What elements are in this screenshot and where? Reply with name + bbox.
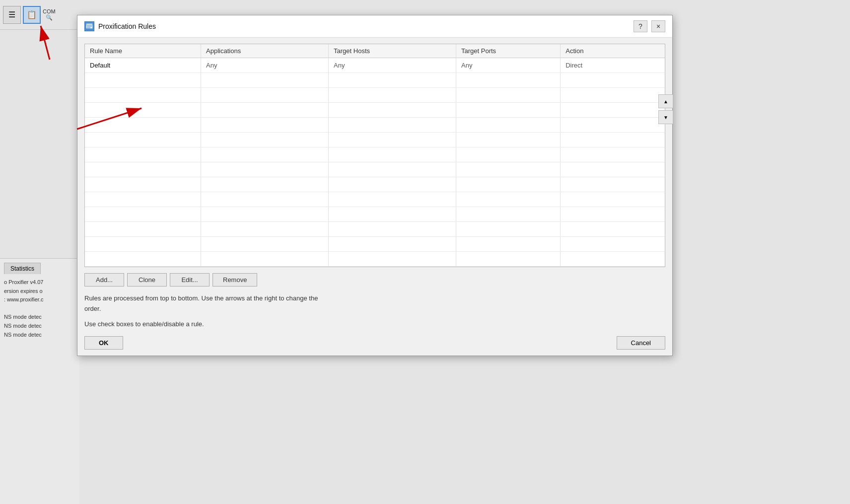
table-empty-row bbox=[85, 73, 665, 88]
table-empty-row bbox=[85, 192, 665, 207]
clone-button[interactable]: Clone bbox=[127, 273, 167, 287]
table-empty-row bbox=[85, 147, 665, 162]
add-button[interactable]: Add... bbox=[84, 273, 124, 287]
dialog-title: Proxification Rules bbox=[98, 22, 156, 30]
cell-rule-name: Default bbox=[85, 58, 201, 73]
table-header: Rule Name Applications Target Hosts Targ… bbox=[85, 44, 665, 58]
info-line-1: Rules are processed from top to bottom. … bbox=[84, 294, 318, 302]
cell-applications: Any bbox=[201, 58, 329, 73]
dialog-icon bbox=[84, 21, 94, 31]
table-empty-row bbox=[85, 162, 665, 177]
col-rule-name: Rule Name bbox=[85, 44, 201, 58]
col-action: Action bbox=[561, 44, 665, 58]
col-target-hosts: Target Hosts bbox=[329, 44, 456, 58]
cancel-button[interactable]: Cancel bbox=[617, 336, 665, 350]
dialog-titlebar: Proxification Rules ? × bbox=[77, 15, 672, 38]
col-applications: Applications bbox=[201, 44, 329, 58]
dialog-controls: ? × bbox=[634, 20, 665, 32]
remove-button[interactable]: Remove bbox=[212, 273, 257, 287]
ok-button[interactable]: OK bbox=[84, 336, 123, 350]
table-empty-row bbox=[85, 118, 665, 133]
table-empty-row bbox=[85, 103, 665, 118]
table-body: Default Any Any Any Direct bbox=[85, 58, 665, 267]
info-text-checkbox: Use check boxes to enable/disable a rule… bbox=[84, 319, 457, 330]
scroll-down-button[interactable]: ▼ bbox=[658, 110, 673, 124]
col-target-ports: Target Ports bbox=[456, 44, 561, 58]
close-button[interactable]: × bbox=[651, 20, 665, 32]
dialog-title-left: Proxification Rules bbox=[84, 21, 156, 31]
scroll-up-button[interactable]: ▲ bbox=[658, 94, 673, 108]
cell-target-ports: Any bbox=[456, 58, 561, 73]
table-empty-row bbox=[85, 88, 665, 103]
info-line-2: order. bbox=[84, 305, 101, 312]
scroll-arrows: ▲ ▼ bbox=[658, 94, 673, 124]
rules-table-container: Rule Name Applications Target Hosts Targ… bbox=[84, 44, 665, 267]
dialog-content: Rule Name Applications Target Hosts Targ… bbox=[77, 38, 672, 356]
cell-target-hosts: Any bbox=[329, 58, 456, 73]
table-empty-row bbox=[85, 133, 665, 147]
table-empty-row bbox=[85, 207, 665, 222]
proxification-rules-dialog: Proxification Rules ? × Rule Name Applic… bbox=[77, 15, 673, 356]
dialog-bottom-buttons: OK Cancel bbox=[84, 336, 665, 350]
table-empty-row bbox=[85, 252, 665, 267]
edit-button[interactable]: Edit... bbox=[170, 273, 210, 287]
table-empty-row bbox=[85, 237, 665, 252]
table-row[interactable]: Default Any Any Any Direct bbox=[85, 58, 665, 73]
info-text-block: Rules are processed from top to bottom. … bbox=[84, 293, 457, 314]
table-empty-row bbox=[85, 222, 665, 237]
action-buttons: Add... Clone Edit... Remove bbox=[84, 273, 665, 287]
help-button[interactable]: ? bbox=[634, 20, 647, 32]
rules-table: Rule Name Applications Target Hosts Targ… bbox=[85, 44, 665, 267]
table-empty-row bbox=[85, 177, 665, 192]
cell-action: Direct bbox=[561, 58, 665, 73]
